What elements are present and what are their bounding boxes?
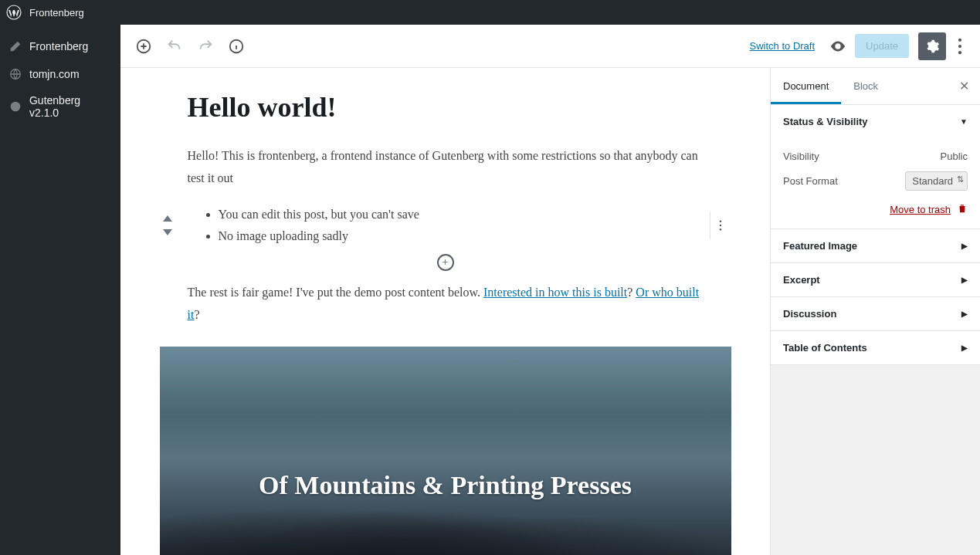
cover-image-block[interactable]: Of Mountains & Printing Presses [160,347,731,555]
svg-point-11 [720,228,721,230]
tab-block[interactable]: Block [841,68,890,104]
link-how-built[interactable]: Interested in how this is built [483,286,627,299]
post-title[interactable]: Hello world! [188,91,704,124]
more-options-button[interactable] [949,32,971,60]
visibility-value[interactable]: Public [941,151,968,162]
sidebar-item-tomjn[interactable]: tomjn.com [0,60,120,88]
section-title: Excerpt [783,274,820,286]
section-table-of-contents: Table of Contents ▶ [771,331,980,365]
trash-icon [957,203,968,216]
block-more-button[interactable] [710,212,731,239]
update-button[interactable]: Update [855,34,909,58]
globe-icon [8,66,23,82]
visibility-label: Visibility [783,151,819,162]
section-title: Status & Visibility [783,116,868,127]
add-block-inline-button[interactable]: + [437,254,454,271]
insert-block-inline: + [188,254,704,271]
move-up-button[interactable] [160,213,175,224]
switch-to-draft-link[interactable]: Switch to Draft [750,40,816,52]
add-block-button[interactable] [130,32,158,60]
cover-title[interactable]: Of Mountains & Printing Presses [259,471,632,500]
svg-point-9 [720,221,721,222]
wordpress-logo-icon[interactable] [6,5,22,20]
post-format-select[interactable]: Standard [905,171,968,191]
svg-point-5 [836,45,839,48]
block-mover [160,213,175,238]
svg-point-7 [958,44,961,47]
settings-panel: Document Block ✕ Status & Visibility ▼ V… [770,68,980,555]
chevron-right-icon: ▶ [961,276,968,284]
svg-point-8 [958,51,961,54]
redo-button[interactable] [192,32,219,60]
sidebar-item-gutenberg[interactable]: Gutenberg v2.1.0 [0,88,120,125]
section-status-visibility: Status & Visibility ▼ Visibility Public … [771,105,980,229]
post-format-label: Post Format [783,175,838,187]
section-excerpt: Excerpt ▶ [771,263,980,297]
section-discussion: Discussion ▶ [771,297,980,331]
list-item[interactable]: You can edit this post, but you can't sa… [219,204,704,226]
intro-paragraph[interactable]: Hello! This is frontenberg, a frontend i… [188,145,704,190]
info-button[interactable] [222,32,250,60]
editor-toolbar: Switch to Draft Update [120,25,980,68]
chevron-right-icon: ▶ [961,343,968,352]
settings-toggle-button[interactable] [918,32,946,60]
admin-sidebar: Frontenberg tomjn.com Gutenberg v2.1.0 [0,25,120,555]
tab-document[interactable]: Document [771,68,841,104]
sidebar-item-label: Gutenberg v2.1.0 [29,94,113,119]
site-name[interactable]: Frontenberg [29,7,84,19]
undo-button[interactable] [161,32,188,60]
sidebar-item-frontenberg[interactable]: Frontenberg [0,32,120,60]
pencil-icon [8,39,23,54]
preview-button[interactable] [824,32,852,60]
move-to-trash-link[interactable]: Move to trash [890,204,951,215]
chevron-right-icon: ▶ [961,242,968,250]
chevron-down-icon: ▼ [960,117,968,126]
list-item[interactable]: No image uploading sadly [219,225,704,248]
svg-rect-2 [11,102,21,112]
section-title: Discussion [783,308,836,320]
list-block[interactable]: You can edit this post, but you can't sa… [188,201,704,252]
close-panel-button[interactable]: ✕ [948,79,980,93]
editor-canvas[interactable]: Hello world! Hello! This is frontenberg,… [120,68,770,555]
svg-point-6 [958,38,961,41]
move-down-button[interactable] [160,227,175,238]
sidebar-item-label: Frontenberg [29,40,88,52]
gutenberg-icon [8,99,23,114]
svg-point-10 [720,225,721,226]
chevron-right-icon: ▶ [961,310,968,318]
section-title: Featured Image [783,240,857,252]
admin-bar: Frontenberg [0,0,980,25]
sidebar-item-label: tomjn.com [29,68,80,80]
rest-paragraph[interactable]: The rest is fair game! I've put the demo… [188,282,704,327]
section-title: Table of Contents [783,342,867,354]
section-featured-image: Featured Image ▶ [771,229,980,263]
